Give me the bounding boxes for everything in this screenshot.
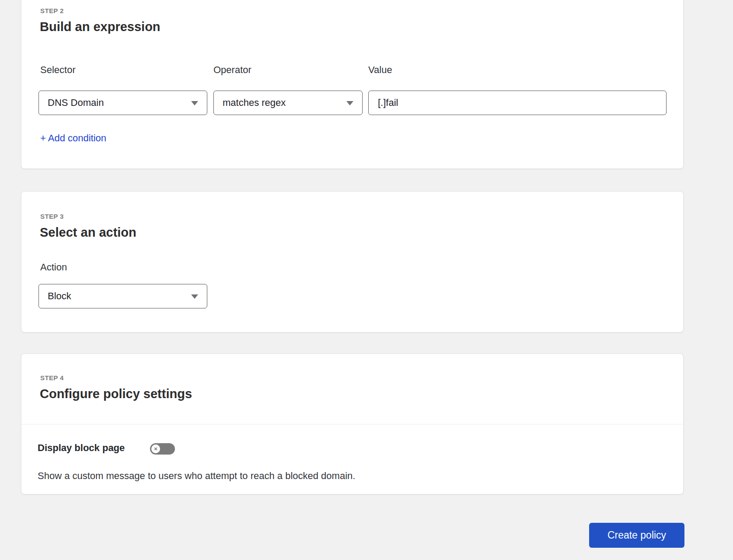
display-block-page-toggle[interactable]: ✕ xyxy=(150,443,175,455)
step2-label: STEP 2 xyxy=(40,7,64,14)
step4-title: Configure policy settings xyxy=(40,387,192,401)
operator-dropdown-value: matches regex xyxy=(223,97,286,108)
step2-card: STEP 2 Build an expression Selector Oper… xyxy=(21,0,684,169)
chevron-down-icon xyxy=(346,101,353,105)
chevron-down-icon xyxy=(191,294,198,299)
display-block-page-description: Show a custom message to users who attem… xyxy=(38,470,355,482)
step3-card: STEP 3 Select an action Action Block xyxy=(21,191,684,332)
toggle-off-x-icon: ✕ xyxy=(151,444,160,453)
step4-card: STEP 4 Configure policy settings Display… xyxy=(21,354,684,494)
selector-dropdown[interactable]: DNS Domain xyxy=(38,91,207,115)
step3-title: Select an action xyxy=(40,225,136,240)
card-divider xyxy=(21,424,683,424)
action-dropdown[interactable]: Block xyxy=(38,284,207,308)
operator-field-label: Operator xyxy=(213,64,251,76)
value-field-label: Value xyxy=(368,64,392,76)
chevron-down-icon xyxy=(191,101,198,105)
value-input[interactable] xyxy=(368,91,667,115)
step2-title: Build an expression xyxy=(40,20,161,34)
selector-field-label: Selector xyxy=(40,64,76,76)
selector-dropdown-value: DNS Domain xyxy=(48,97,104,108)
step4-label: STEP 4 xyxy=(40,374,64,382)
create-policy-button[interactable]: Create policy xyxy=(589,523,684,548)
add-condition-link[interactable]: + Add condition xyxy=(40,133,106,144)
operator-dropdown[interactable]: matches regex xyxy=(213,91,363,115)
step3-label: STEP 3 xyxy=(40,213,64,220)
action-dropdown-value: Block xyxy=(48,290,71,302)
action-field-label: Action xyxy=(40,262,67,273)
display-block-page-label: Display block page xyxy=(38,442,125,454)
